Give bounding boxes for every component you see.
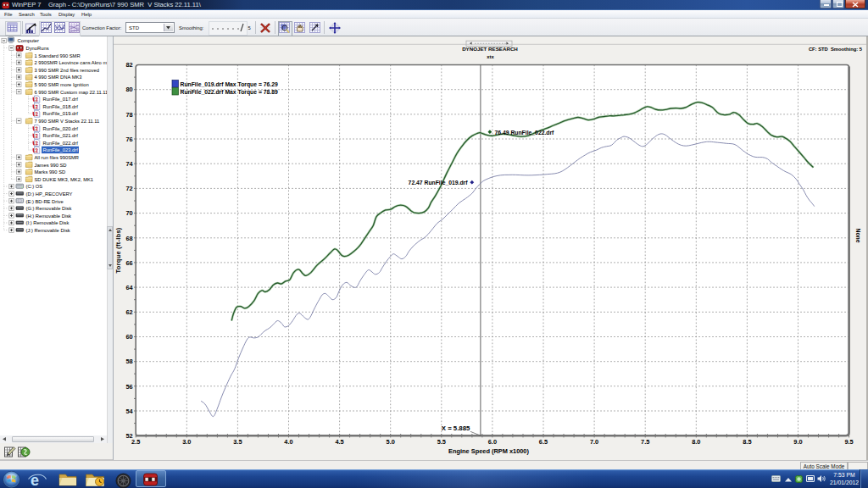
svg-text:(E:) BD-RE Drive: (E:) BD-RE Drive: [26, 199, 64, 204]
svg-text:76: 76: [125, 136, 132, 143]
svg-text:4.0: 4.0: [284, 438, 292, 446]
svg-text:62: 62: [125, 308, 132, 316]
svg-text:54: 54: [125, 408, 133, 415]
svg-text:6.5: 6.5: [539, 438, 548, 446]
svg-text:RunFile_022.drf: RunFile_022.drf: [43, 141, 79, 146]
svg-text:(C:) OS: (C:) OS: [26, 184, 43, 189]
svg-text:4 990 SMR DNA MK3: 4 990 SMR DNA MK3: [35, 75, 82, 80]
svg-text:68: 68: [125, 235, 132, 242]
svg-text:72.47 RunFile_019.drf: 72.47 RunFile_019.drf: [409, 180, 469, 186]
svg-text:Engine Speed (RPM x1000): Engine Speed (RPM x1000): [448, 447, 529, 455]
svg-text:(D:) HP_RECOVERY: (D:) HP_RECOVERY: [26, 191, 73, 197]
svg-text:All run files 990SMR: All run files 990SMR: [35, 155, 80, 160]
svg-text:7.0: 7.0: [590, 438, 598, 446]
svg-text:5 990 SMR more Ignition: 5 990 SMR more Ignition: [35, 82, 89, 87]
svg-text:5.0: 5.0: [387, 438, 395, 446]
svg-text:James 990 SD: James 990 SD: [35, 163, 67, 168]
svg-text:80: 80: [125, 86, 132, 93]
svg-text:4.5: 4.5: [335, 438, 343, 446]
svg-text:RunFile_022.drf Max Torque = 7: RunFile_022.drf Max Torque = 78.89: [181, 89, 278, 96]
svg-text:RunFile_017.drf: RunFile_017.drf: [43, 97, 79, 102]
svg-text:SD DUKE MK3, MK2, MK1: SD DUKE MK3, MK2, MK1: [35, 177, 94, 182]
svg-text:2.5: 2.5: [131, 438, 140, 446]
svg-text:(G:) Removable Disk: (G:) Removable Disk: [26, 206, 72, 211]
svg-text:64: 64: [125, 284, 133, 291]
svg-text:82: 82: [125, 61, 132, 69]
svg-text:(I:) Removable Disk: (I:) Removable Disk: [26, 220, 70, 225]
svg-text:DYNOJET RESEARCH: DYNOJET RESEARCH: [462, 46, 518, 52]
svg-text:(H:) Removable Disk: (H:) Removable Disk: [26, 214, 72, 219]
svg-text:1 Standard 990 SMR: 1 Standard 990 SMR: [35, 53, 81, 58]
svg-text:RunFile_019.drf: RunFile_019.drf: [43, 111, 79, 116]
svg-text:9.0: 9.0: [793, 438, 802, 446]
svg-text:Torque (ft-lbs): Torque (ft-lbs): [115, 227, 123, 273]
svg-text:Computer: Computer: [18, 38, 40, 43]
svg-text:xtx: xtx: [487, 54, 494, 59]
svg-text:6.0: 6.0: [488, 438, 497, 446]
svg-text:RunFile_018.drf: RunFile_018.drf: [43, 104, 79, 109]
svg-text:5.5: 5.5: [437, 438, 446, 446]
svg-text:7.5: 7.5: [641, 438, 649, 446]
svg-text:7 990 SMR V Stacks 22.11.11: 7 990 SMR V Stacks 22.11.11: [35, 119, 100, 124]
svg-text:78: 78: [125, 111, 132, 119]
svg-text:74: 74: [125, 160, 133, 168]
svg-text:70: 70: [125, 209, 132, 217]
svg-text:None: None: [855, 229, 861, 243]
svg-text:56: 56: [125, 383, 132, 391]
svg-text:3 990 SMR 2nd files removed: 3 990 SMR 2nd files removed: [35, 68, 99, 73]
svg-text:6 990 SMR Custom map 22.11.11: 6 990 SMR Custom map 22.11.11: [35, 90, 108, 95]
svg-text:66: 66: [125, 259, 132, 267]
svg-text:3.0: 3.0: [182, 438, 191, 446]
svg-text:RunFile_020.drf: RunFile_020.drf: [43, 126, 79, 131]
svg-text:8.0: 8.0: [692, 438, 700, 446]
svg-text:76.49 RunFile_022.drf: 76.49 RunFile_022.drf: [495, 130, 555, 136]
svg-text:RunFile_023.drf: RunFile_023.drf: [43, 147, 79, 152]
svg-text:e: e: [31, 472, 39, 488]
svg-text:58: 58: [125, 358, 132, 365]
svg-text:8.5: 8.5: [743, 438, 751, 446]
svg-text:72: 72: [125, 185, 132, 192]
svg-text:9.5: 9.5: [844, 438, 853, 446]
svg-text:3.5: 3.5: [233, 438, 242, 446]
svg-text:DynoRuns: DynoRuns: [26, 46, 49, 51]
svg-text:60: 60: [125, 333, 132, 341]
svg-text:2 990SMR Leovince cans Akro m: 2 990SMR Leovince cans Akro m: [35, 60, 108, 65]
svg-text:RunFile_019.drf Max Torque = 7: RunFile_019.drf Max Torque = 76.29: [181, 81, 278, 88]
svg-text:Marks 990 SD: Marks 990 SD: [35, 169, 66, 175]
svg-text:RunFile_021.drf: RunFile_021.drf: [43, 133, 79, 138]
svg-text:(J:) Removable Disk: (J:) Removable Disk: [26, 228, 70, 233]
svg-text:X = 5.885: X = 5.885: [442, 424, 470, 432]
svg-text:CF: STD Smoothing: 5: CF: STD Smoothing: 5: [809, 47, 863, 52]
